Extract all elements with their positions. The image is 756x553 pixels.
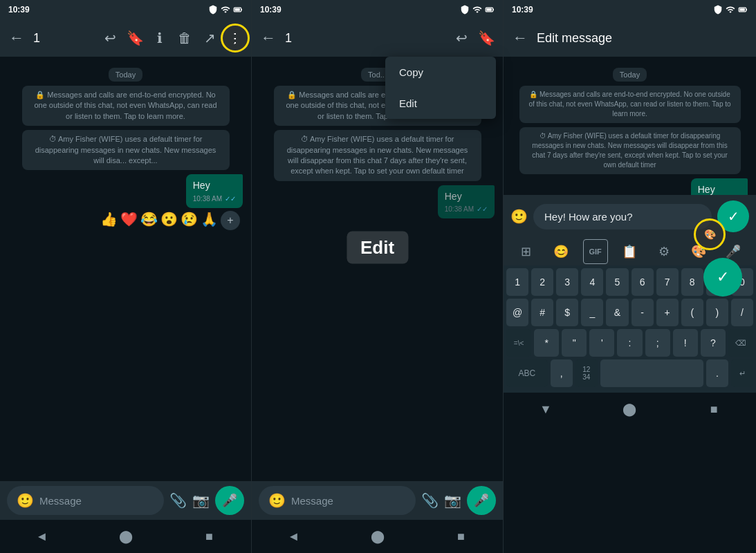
message-bubble-mid[interactable]: Hey 10:38 AM ✓✓ [260,185,495,219]
message-input-left[interactable]: 🙂 Message [7,486,164,515]
key-dquote[interactable]: " [562,329,587,357]
nav-back-left[interactable]: ◄ [26,520,59,553]
key-asterisk[interactable]: * [534,329,559,357]
key-slash[interactable]: / [731,299,753,326]
emoji-icon-edit[interactable]: 🙂 [510,208,528,225]
key-8[interactable]: 8 [681,268,703,296]
bubble-meta-mid: 10:38 AM ✓✓ [445,205,488,214]
status-icons-right [713,5,748,15]
key-5[interactable]: 5 [606,268,628,296]
svg-rect-8 [746,9,747,10]
mic-button-left[interactable]: 🎤 [215,486,244,515]
nav-back-mid[interactable]: ◄ [277,520,311,553]
nav-recents-left[interactable]: ■ [193,520,226,553]
attach-icon-mid[interactable]: 📎 [421,492,439,509]
emoji-wow[interactable]: 😮 [160,211,178,230]
emoji-sad[interactable]: 😢 [181,211,198,230]
key-question[interactable]: ? [701,329,726,357]
key-at[interactable]: @ [506,299,528,326]
nav-home-mid[interactable]: ⬤ [361,520,394,553]
key-squote[interactable]: ' [589,329,614,357]
key-colon[interactable]: : [617,329,642,357]
key-open-paren[interactable]: ( [681,299,703,326]
emoji-icon-left[interactable]: 🙂 [17,492,34,509]
key-space[interactable] [600,359,703,387]
key-semicolon[interactable]: ; [645,329,670,357]
key-4[interactable]: 4 [581,268,603,296]
back-button-left[interactable]: ← [7,29,26,47]
message-input-mid[interactable]: 🙂 Message [259,486,416,515]
encryption-notice-right: 🔒 Messages and calls are end-to-end encr… [519,86,741,123]
key-plus[interactable]: + [656,299,679,326]
emoji-icon-mid[interactable]: 🙂 [268,492,286,509]
message-placeholder-mid[interactable]: Message [291,495,406,507]
disappear-notice-right: ⏱ Amy Fisher (WIFE) uses a default timer… [519,127,741,174]
mic-button-mid[interactable]: 🎤 [467,486,496,515]
share-icon-left[interactable]: ↗ [200,30,219,46]
nav-home-left[interactable]: ⬤ [109,520,142,553]
chat-area-left[interactable]: Today 🔒 Messages and calls are end-to-en… [0,57,251,481]
message-bubble-left[interactable]: Hey 10:38 AM ✓✓ [8,174,243,208]
bookmark-icon-left[interactable]: 🔖 [125,30,145,46]
chat-area-right[interactable]: Today 🔒 Messages and calls are end-to-en… [504,57,756,195]
emoji-heart[interactable]: ❤️ [120,211,138,230]
nav-back-right[interactable]: ▼ [529,393,562,426]
context-menu[interactable]: Copy Edit [385,57,496,119]
emoji-laugh[interactable]: 😂 [140,211,158,230]
key-3[interactable]: 3 [556,268,578,296]
info-icon-left[interactable]: ℹ [150,30,169,46]
key-2[interactable]: 2 [531,268,553,296]
battery-icon [233,5,243,15]
key-close-paren[interactable]: ) [706,299,728,326]
bookmark-icon-mid[interactable]: 🔖 [477,30,496,46]
key-1[interactable]: 1 [506,268,528,296]
key-hash[interactable]: # [531,299,553,326]
back-button-mid[interactable]: ← [259,29,278,47]
key-backspace[interactable]: ⌫ [728,329,753,357]
camera-icon-left[interactable]: 📷 [192,492,210,509]
sys-nav-left: ◄ ⬤ ■ [0,520,251,553]
keyboard-settings-icon[interactable]: ⚙ [652,239,676,264]
message-bubble-right[interactable]: Hey 10:38 AM ✓✓ [512,178,748,195]
key-amp[interactable]: & [606,299,628,326]
attach-icon-left[interactable]: 📎 [169,492,187,509]
key-dollar[interactable]: $ [556,299,578,326]
edit-menu-item[interactable]: Edit [385,88,496,119]
key-exclaim[interactable]: ! [673,329,698,357]
sys-nav-right: ▼ ⬤ ■ [504,393,756,426]
edit-title: Edit message [537,31,749,46]
add-emoji-button[interactable]: + [221,211,240,230]
key-minus[interactable]: - [631,299,654,326]
read-receipt-mid: ✓✓ [477,205,488,214]
copy-menu-item[interactable]: Copy [385,57,496,88]
camera-icon-mid[interactable]: 📷 [444,492,461,509]
key-numbers-switch[interactable]: 1234 [575,359,598,387]
key-comma[interactable]: , [551,359,573,387]
keyboard-grid-icon[interactable]: ⊞ [514,239,539,264]
delete-icon-left[interactable]: 🗑 [175,30,194,46]
nav-home-right[interactable]: ⬤ [613,393,646,426]
emoji-thumbs-up[interactable]: 👍 [100,211,118,230]
nav-recents-mid[interactable]: ■ [445,520,478,553]
annotation-circle-left: ⋮ [221,24,250,53]
key-period[interactable]: . [706,359,728,387]
reply-icon-mid[interactable]: ↩ [452,30,471,46]
emoji-pray[interactable]: 🙏 [201,211,218,230]
key-escape[interactable]: =\< [506,329,531,357]
message-placeholder-left[interactable]: Message [39,495,154,507]
key-abc[interactable]: ABC [506,359,548,387]
keyboard-gif-icon[interactable]: GIF [583,239,608,264]
status-bar-left: 10:39 [0,0,251,19]
key-underscore[interactable]: _ [581,299,603,326]
key-enter[interactable]: ↵ [731,359,753,387]
key-7[interactable]: 7 [656,268,679,296]
keyboard-clipboard-icon[interactable]: 📋 [617,239,642,264]
edit-text-field[interactable]: Hey! How are you? [533,204,712,229]
chat-area-mid[interactable]: Tod... 🔒 Messages and calls are end-to-e… [252,57,503,481]
keyboard-emoji-icon[interactable]: 😊 [548,239,573,264]
reply-icon-left[interactable]: ↩ [100,30,120,46]
nav-recents-right[interactable]: ■ [697,393,730,426]
wifi-icon [221,5,230,15]
key-6[interactable]: 6 [631,268,654,296]
back-button-right[interactable]: ← [510,29,530,47]
